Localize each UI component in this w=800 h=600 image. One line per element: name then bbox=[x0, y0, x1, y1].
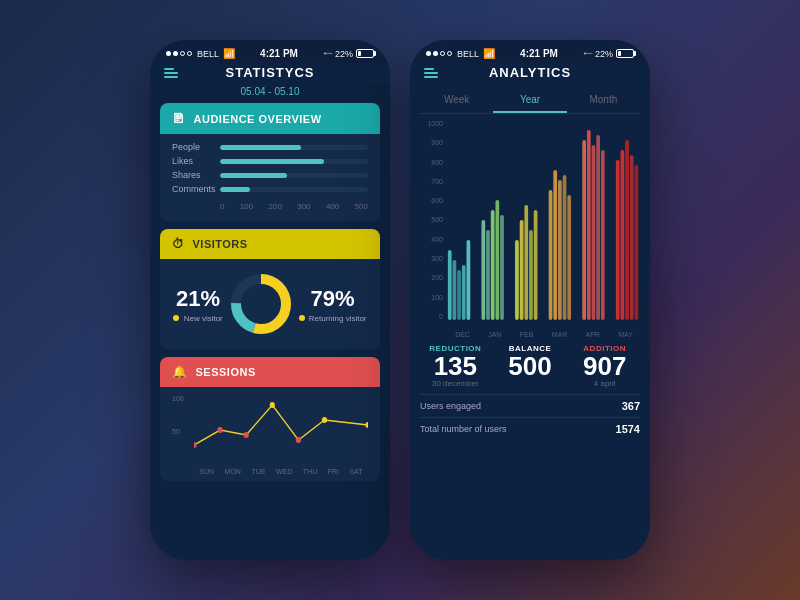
time-2: 4:21 PM bbox=[520, 48, 558, 59]
svg-rect-34 bbox=[601, 150, 605, 320]
svg-rect-31 bbox=[587, 130, 591, 320]
time-1: 4:21 PM bbox=[260, 48, 298, 59]
svg-rect-36 bbox=[621, 150, 625, 320]
addition-sub: 4 april bbox=[569, 379, 640, 388]
bar-label: Comments bbox=[172, 184, 214, 194]
tab-month[interactable]: Month bbox=[567, 88, 640, 113]
svg-rect-19 bbox=[500, 215, 504, 320]
visitors-header: ⏱ VISITORS bbox=[160, 229, 380, 259]
svg-rect-25 bbox=[549, 190, 553, 320]
tab-week[interactable]: Week bbox=[420, 88, 493, 113]
returning-dot bbox=[299, 315, 305, 321]
status-right-1: ⬳ 22% bbox=[323, 49, 374, 59]
bar-row-likes: Likes bbox=[172, 156, 368, 166]
metrics-list: Users engaged 367 Total number of users … bbox=[420, 394, 640, 440]
chart-xaxis: DEC JAN FEB MAR APR MAY bbox=[446, 331, 642, 338]
chart-yaxis: 1000900800700600 5004003002001000 bbox=[418, 120, 443, 320]
menu-line bbox=[164, 76, 178, 78]
svg-point-8 bbox=[322, 417, 327, 423]
stats-row: REDUCTION 135 30 december BALANCE 500 AD… bbox=[420, 344, 640, 388]
svg-rect-13 bbox=[462, 265, 466, 320]
analytics-chart-container: 1000900800700600 5004003002001000 bbox=[418, 120, 642, 340]
new-visitor-stat: 21% New visitor bbox=[173, 286, 222, 323]
bar-chart-svg bbox=[446, 120, 642, 320]
sessions-header: 🔔 SESSIONS bbox=[160, 357, 380, 387]
bar-label: People bbox=[172, 142, 214, 152]
audience-header: 🖹 AUDIENCE OVERVIEW bbox=[160, 103, 380, 134]
menu-icon-1[interactable] bbox=[164, 68, 178, 78]
menu-line bbox=[424, 76, 438, 78]
sessions-yaxis: 100 50 bbox=[172, 395, 184, 461]
reduction-sub: 30 december bbox=[420, 379, 491, 388]
balance-value: 500 bbox=[495, 353, 566, 379]
visitors-body: 21% New visitor bbox=[160, 259, 380, 349]
menu-line bbox=[164, 72, 178, 74]
audience-title: AUDIENCE OVERVIEW bbox=[194, 113, 322, 125]
signal-dot4 bbox=[447, 51, 452, 56]
signal-dot2 bbox=[433, 51, 438, 56]
svg-rect-27 bbox=[558, 180, 562, 320]
wifi-icon-2: 📶 bbox=[483, 48, 495, 59]
stats-header: STATISTYCS bbox=[150, 63, 390, 84]
bar-fill bbox=[220, 173, 287, 178]
svg-rect-38 bbox=[630, 155, 634, 320]
svg-rect-26 bbox=[553, 170, 557, 320]
tabs-bar: Week Year Month bbox=[420, 88, 640, 114]
bar-row-shares: Shares bbox=[172, 170, 368, 180]
status-right-2: ⬳ 22% bbox=[583, 49, 634, 59]
svg-rect-23 bbox=[529, 230, 533, 320]
svg-rect-14 bbox=[467, 240, 471, 320]
sessions-chart: 100 50 SUN bbox=[172, 395, 368, 475]
signal-dot4 bbox=[187, 51, 192, 56]
status-bar-1: BELL 📶 4:21 PM ⬳ 22% bbox=[150, 40, 390, 63]
tab-year[interactable]: Year bbox=[493, 88, 566, 113]
metric-value: 367 bbox=[622, 400, 640, 412]
svg-rect-15 bbox=[481, 220, 485, 320]
svg-point-7 bbox=[296, 437, 301, 443]
svg-rect-11 bbox=[453, 260, 457, 320]
svg-rect-18 bbox=[495, 200, 499, 320]
svg-rect-30 bbox=[582, 140, 586, 320]
returning-visitor-pct: 79% bbox=[299, 286, 367, 312]
bar-label: Likes bbox=[172, 156, 214, 166]
bar-track bbox=[220, 159, 368, 164]
menu-line bbox=[164, 68, 174, 70]
audience-section: 🖹 AUDIENCE OVERVIEW People Likes Shares … bbox=[160, 103, 380, 221]
svg-rect-24 bbox=[534, 210, 538, 320]
sessions-title: SESSIONS bbox=[196, 366, 256, 378]
svg-point-4 bbox=[217, 427, 222, 433]
signal-dot3 bbox=[440, 51, 445, 56]
svg-rect-35 bbox=[616, 160, 620, 320]
bar-fill bbox=[220, 145, 301, 150]
bar-row-people: People bbox=[172, 142, 368, 152]
bar-fill bbox=[220, 159, 324, 164]
svg-point-6 bbox=[270, 402, 275, 408]
carrier-1: BELL bbox=[197, 49, 219, 59]
returning-visitor-label: Returning visitor bbox=[299, 314, 367, 323]
menu-icon-2[interactable] bbox=[424, 68, 438, 78]
svg-rect-16 bbox=[486, 230, 490, 320]
analytics-title: ANALYTICS bbox=[489, 65, 571, 80]
battery-pct-2: 22% bbox=[595, 49, 613, 59]
sessions-line-svg bbox=[194, 395, 368, 455]
svg-point-9 bbox=[365, 422, 368, 428]
reduction-value: 135 bbox=[420, 353, 491, 379]
returning-visitor-stat: 79% Returning visitor bbox=[299, 286, 367, 323]
visitors-title: VISITORS bbox=[193, 238, 248, 250]
svg-rect-28 bbox=[563, 175, 567, 320]
status-left-1: BELL 📶 bbox=[166, 48, 235, 59]
signal-dot2 bbox=[173, 51, 178, 56]
axis-labels: 0100200300400500 bbox=[172, 198, 368, 211]
bar-row-comments: Comments bbox=[172, 184, 368, 194]
metric-label: Users engaged bbox=[420, 401, 481, 411]
addition-stat: ADDITION 907 4 april bbox=[569, 344, 640, 388]
addition-value: 907 bbox=[569, 353, 640, 379]
metric-row-engaged: Users engaged 367 bbox=[420, 394, 640, 417]
status-left-2: BELL 📶 bbox=[426, 48, 495, 59]
clock-icon: ⏱ bbox=[172, 237, 185, 251]
battery-pct-1: 22% bbox=[335, 49, 353, 59]
bar-track bbox=[220, 187, 368, 192]
bar-fill bbox=[220, 187, 250, 192]
svg-rect-32 bbox=[592, 145, 596, 320]
svg-rect-33 bbox=[596, 135, 600, 320]
